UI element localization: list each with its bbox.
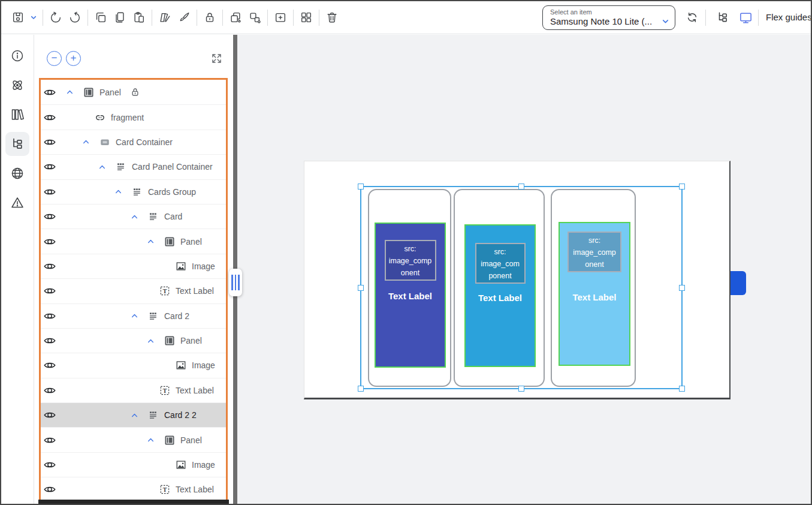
tree-row-card-container[interactable]: Card Container (41, 130, 226, 154)
tree-row-cards-group[interactable]: Cards Group (41, 179, 226, 204)
chevron-up-icon[interactable] (147, 238, 155, 245)
save-button[interactable] (8, 7, 28, 28)
card-text-label[interactable]: Text Label (560, 292, 629, 302)
visibility-eye-icon[interactable] (43, 408, 56, 422)
visibility-eye-icon[interactable] (43, 160, 56, 173)
card-panel[interactable]: src: image_component Text Label (464, 224, 536, 367)
redo-button[interactable] (65, 7, 84, 28)
selection-handle-sw[interactable] (358, 386, 364, 392)
device-selector[interactable]: Select an item Samsung Note 10 Lite (... (542, 5, 675, 30)
group-button[interactable] (226, 7, 245, 28)
tree-row-text-label[interactable]: Text Label (41, 278, 226, 303)
delete-button[interactable] (322, 7, 342, 28)
design-canvas[interactable]: src: image_component Text Label src: ima… (237, 35, 811, 504)
lock-button[interactable] (200, 7, 219, 28)
tree-zoom-out-button[interactable]: − (47, 51, 62, 66)
canvas-card-card[interactable]: src: image_component Text Label (368, 189, 451, 387)
visibility-eye-icon[interactable] (43, 210, 56, 223)
tree-row-card-2[interactable]: Card 2 (41, 303, 226, 328)
components-button[interactable] (297, 7, 316, 28)
visibility-eye-icon[interactable] (43, 235, 56, 248)
canvas-card-card-2-2[interactable]: src: image_component Text Label (551, 189, 636, 387)
theme-swatches-button[interactable] (155, 7, 174, 28)
visibility-eye-icon[interactable] (43, 185, 56, 199)
tree-row-panel[interactable]: Panel (41, 328, 226, 353)
tree-row-panel[interactable]: Panel (41, 427, 226, 452)
tree-row-fragment[interactable]: fragment (41, 104, 226, 129)
chevron-up-icon[interactable] (147, 337, 155, 345)
visibility-eye-icon[interactable] (43, 458, 56, 471)
tree-row-card-2-2[interactable]: Card 2 2 (41, 402, 226, 427)
visibility-eye-icon[interactable] (43, 260, 56, 273)
device-preview-button[interactable] (736, 8, 755, 27)
chevron-up-icon[interactable] (131, 213, 138, 221)
card-panel[interactable]: src: image_component Text Label (559, 222, 630, 366)
ungroup-button[interactable] (245, 7, 264, 28)
selection-handle-s[interactable] (518, 386, 524, 392)
tree-row-card[interactable]: Card (41, 204, 226, 229)
visibility-eye-icon[interactable] (43, 284, 56, 297)
image-placeholder[interactable]: src: image_component (568, 232, 621, 272)
tree-row-image[interactable]: Image (41, 452, 226, 477)
selection-handle-nw[interactable] (358, 184, 364, 190)
sidebar-item-globe[interactable] (5, 161, 29, 185)
selection-handle-n[interactable] (518, 184, 524, 190)
selection-handle-e[interactable] (679, 285, 685, 291)
visibility-eye-icon[interactable] (43, 86, 56, 99)
chevron-up-icon[interactable] (98, 163, 106, 171)
save-menu-chevron-icon[interactable] (28, 7, 40, 28)
chevron-up-icon[interactable] (82, 138, 90, 146)
tree-indent (56, 167, 98, 167)
card-panel[interactable]: src: image_component Text Label (375, 223, 446, 368)
visibility-eye-icon[interactable] (43, 434, 56, 447)
sidebar-item-library[interactable] (5, 103, 29, 127)
duplicate-page-button[interactable] (110, 7, 129, 28)
new-container-button[interactable] (271, 7, 290, 28)
card-text-label[interactable]: Text Label (466, 293, 535, 303)
visibility-eye-icon[interactable] (43, 136, 56, 149)
sidebar-item-atom[interactable] (5, 73, 29, 97)
canvas-card-card-2[interactable]: src: image_component Text Label (454, 189, 545, 387)
tree-horizontal-scrollbar[interactable] (38, 500, 229, 504)
tree-row-panel[interactable]: Panel (41, 80, 226, 104)
tree-row-panel[interactable]: Panel (41, 229, 226, 253)
chevron-up-icon[interactable] (131, 411, 138, 419)
visibility-eye-icon[interactable] (43, 359, 56, 372)
tree-row-text-label[interactable]: Text Label (41, 378, 226, 402)
image-placeholder[interactable]: src: image_component (475, 243, 526, 284)
visibility-eye-icon[interactable] (43, 384, 56, 397)
selection-handle-w[interactable] (358, 285, 364, 291)
sidebar-item-info[interactable] (5, 44, 29, 68)
visibility-eye-icon[interactable] (43, 309, 56, 323)
sidebar-item-warnings[interactable] (5, 191, 29, 215)
selection-handle-ne[interactable] (679, 184, 685, 190)
tree-zoom-in-button[interactable]: + (66, 51, 81, 66)
paste-button[interactable] (129, 7, 149, 28)
tree-row-text-label[interactable]: Text Label (41, 477, 226, 501)
artboard[interactable]: src: image_component Text Label src: ima… (304, 161, 731, 399)
chevron-up-icon[interactable] (114, 188, 122, 196)
splitter-drag-handle[interactable] (229, 269, 242, 296)
image-placeholder[interactable]: src: image_component (385, 240, 436, 281)
tree-row-label: Card 2 (164, 311, 189, 321)
visibility-eye-icon[interactable] (43, 334, 56, 347)
undo-button[interactable] (46, 7, 65, 28)
tree-row-card-panel-container[interactable]: Card Panel Container (41, 154, 226, 179)
chevron-up-icon[interactable] (147, 436, 155, 444)
copy-button[interactable] (91, 7, 110, 28)
selection-handle-se[interactable] (679, 386, 685, 392)
tree-row-image[interactable]: Image (41, 254, 226, 278)
text-label-icon (159, 385, 170, 396)
sidebar-item-widget-tree[interactable] (5, 132, 29, 156)
visibility-eye-icon[interactable] (43, 111, 56, 124)
tree-expand-button[interactable] (210, 52, 223, 65)
visibility-eye-icon[interactable] (43, 483, 56, 496)
widget-tree-button[interactable] (713, 8, 732, 27)
card-text-label[interactable]: Text Label (376, 291, 445, 301)
canvas-side-tab[interactable] (731, 271, 746, 295)
chevron-up-icon[interactable] (66, 88, 74, 96)
refresh-button[interactable] (683, 8, 702, 27)
style-brush-button[interactable] (174, 7, 194, 28)
tree-row-image[interactable]: Image (41, 353, 226, 377)
chevron-up-icon[interactable] (131, 312, 138, 320)
